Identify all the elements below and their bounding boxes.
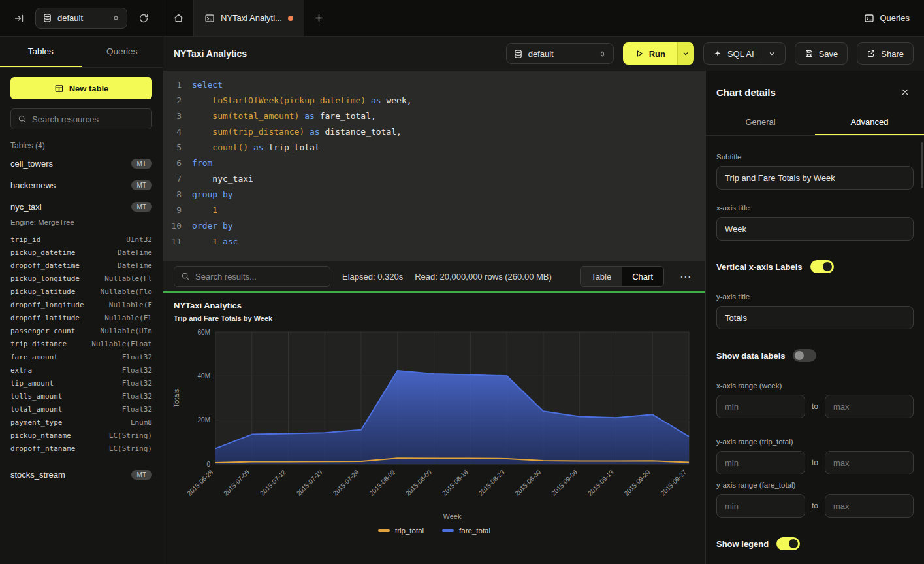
refresh-button[interactable] [134, 8, 153, 28]
resource-search[interactable] [10, 108, 152, 129]
column-type: Float32 [122, 366, 152, 374]
yaxis-title-input[interactable] [716, 306, 914, 329]
collapse-sidebar-button[interactable] [9, 8, 29, 28]
column-name: dropoff_datetime [10, 261, 80, 270]
column-name: trip_distance [10, 340, 67, 348]
new-table-button[interactable]: New table [10, 77, 152, 99]
column-type: Float32 [122, 392, 152, 401]
svg-text:2015-08-30: 2015-08-30 [513, 468, 542, 497]
chevron-updown-icon [112, 14, 120, 22]
code-line[interactable]: 6from [163, 156, 705, 171]
xaxis-title-input[interactable] [716, 217, 914, 241]
yaxis-range-fare-min-input[interactable] [716, 494, 805, 518]
svg-text:60M: 60M [198, 329, 210, 336]
refresh-icon [138, 13, 149, 24]
sql-editor[interactable]: 1select2 toStartOfWeek(pickup_datetime) … [163, 71, 705, 261]
chevron-down-icon [682, 50, 690, 58]
show-data-labels-label: Show data labels [716, 351, 785, 361]
yaxis-range-trip-min-input[interactable] [716, 451, 805, 474]
svg-text:2015-09-27: 2015-09-27 [659, 468, 688, 497]
tab-general[interactable]: General [706, 110, 815, 135]
results-search-input[interactable] [195, 272, 323, 282]
sidebar-tabs: Tables Queries [0, 37, 163, 68]
code-line[interactable]: 3 sum(total_amount) as fare_total, [163, 108, 705, 124]
subtitle-input[interactable] [716, 166, 914, 190]
results-search[interactable] [174, 266, 330, 287]
home-button[interactable] [168, 8, 188, 28]
svg-text:40M: 40M [198, 373, 210, 380]
column-name: payment_type [10, 418, 62, 427]
line-number: 3 [163, 108, 192, 124]
run-database-selector[interactable]: default [506, 43, 614, 64]
chart-details-header: Chart details [706, 71, 924, 110]
svg-text:2015-09-13: 2015-09-13 [586, 468, 615, 497]
chart-details-tabs: General Advanced [706, 110, 924, 136]
code-line[interactable]: 4 sum(trip_distance) as distance_total, [163, 124, 705, 140]
close-panel-button[interactable] [897, 84, 914, 101]
column-item: pickup_datetimeDateTime [10, 246, 152, 259]
svg-text:2015-08-23: 2015-08-23 [477, 468, 506, 497]
column-type: Nullable(Float [91, 340, 152, 348]
queries-link[interactable]: Queries [864, 13, 910, 24]
code-line[interactable]: 5 count() as trip_total [163, 140, 705, 156]
share-button[interactable]: Share [857, 42, 914, 65]
yaxis-range-trip-max-input[interactable] [825, 451, 914, 474]
show-legend-toggle[interactable] [776, 537, 800, 550]
sidebar-tab-queries[interactable]: Queries [82, 37, 163, 67]
code-line[interactable]: 11 1 asc [163, 234, 705, 250]
table-item[interactable]: hackernewsMT [10, 174, 152, 196]
more-options-button[interactable]: ⋯ [676, 269, 695, 285]
scrollbar-thumb[interactable] [921, 142, 923, 188]
show-data-labels-toggle[interactable] [793, 349, 816, 362]
code-line[interactable]: 2 toStartOfWeek(pickup_datetime) as week… [163, 93, 705, 108]
yaxis-range-fare-field: y-axis range (fare_total) to [716, 481, 914, 518]
database-selector[interactable]: default [35, 8, 127, 29]
legend-item-fare_total[interactable]: fare_total [442, 527, 490, 535]
run-database-value: default [528, 49, 593, 59]
view-tab-table[interactable]: Table [581, 267, 622, 286]
column-name: pickup_datetime [10, 248, 75, 257]
code-line[interactable]: 1select [163, 77, 705, 93]
query-tab[interactable]: NYTaxi Analyti... [193, 0, 304, 36]
vertical-xaxis-labels-toggle[interactable] [810, 260, 834, 273]
legend-item-trip_total[interactable]: trip_total [378, 527, 424, 535]
chart-plot: 020M40M60M2015-06-282015-07-052015-07-12… [163, 294, 705, 564]
column-item: dropoff_longitudeNullable(F [10, 298, 152, 311]
column-type: LC(String) [109, 444, 152, 453]
to-label: to [812, 402, 818, 411]
code-line[interactable]: 10order by [163, 218, 705, 234]
tab-strip: NYTaxi Analyti... [163, 0, 329, 36]
tab-advanced[interactable]: Advanced [815, 110, 924, 135]
svg-text:2015-08-02: 2015-08-02 [368, 468, 396, 497]
xaxis-range-max-input[interactable] [825, 395, 914, 418]
xaxis-title-field: x-axis title [716, 204, 914, 241]
elapsed-stat: Elapsed: 0.320s [342, 272, 403, 282]
sql-ai-button[interactable]: SQL AI [703, 42, 786, 65]
code-line[interactable]: 7 nyc_taxi [163, 171, 705, 187]
chart-details-body: Subtitle x-axis title Vertical x-axis La… [706, 136, 924, 564]
yaxis-range-fare-max-input[interactable] [825, 494, 914, 518]
run-options-button[interactable] [677, 42, 694, 65]
save-button[interactable]: Save [795, 42, 848, 65]
code-line[interactable]: 9 1 [163, 203, 705, 218]
to-label: to [812, 458, 818, 467]
search-icon [181, 272, 190, 281]
resource-search-input[interactable] [32, 114, 145, 124]
legend-label: fare_total [459, 527, 490, 535]
view-tab-chart[interactable]: Chart [622, 267, 663, 286]
run-button[interactable]: Run [623, 42, 677, 65]
table-item[interactable]: nyc_taxiMT [10, 196, 152, 218]
close-icon [900, 88, 910, 97]
column-item: tolls_amountFloat32 [10, 390, 152, 403]
xaxis-range-min-input[interactable] [716, 395, 805, 418]
legend-swatch-icon [378, 529, 390, 532]
xaxis-range-field: x-axis range (week) to [716, 382, 914, 418]
code-line[interactable]: 8group by [163, 187, 705, 203]
new-tab-button[interactable] [310, 8, 329, 28]
table-item[interactable]: cell_towersMT [10, 153, 152, 174]
chevron-down-icon[interactable] [768, 50, 776, 58]
svg-text:20M: 20M [198, 416, 210, 423]
sidebar-tab-tables[interactable]: Tables [0, 37, 82, 67]
table-item[interactable]: stocks_streamMT [10, 464, 152, 486]
column-type: Nullable(Fl [104, 314, 152, 322]
